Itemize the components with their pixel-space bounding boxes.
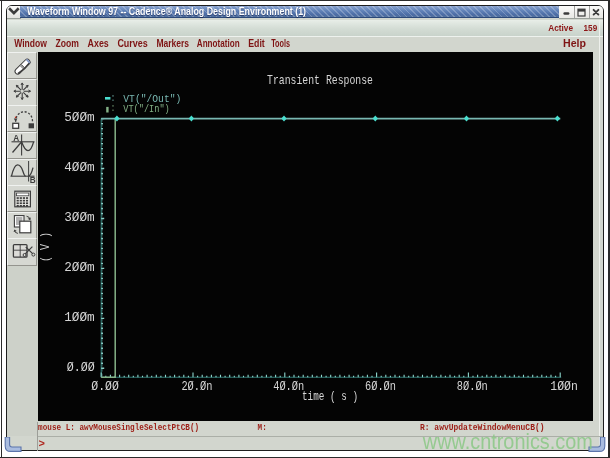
svg-text:2ØØm: 2ØØm [64,261,95,275]
svg-text:4ØØm: 4ØØm [64,161,95,175]
svg-text:mouse L: awvMouseSingleSelectP: mouse L: awvMouseSingleSelectPtCB() [38,423,199,433]
svg-text:8Ø.Øn: 8Ø.Øn [457,380,488,394]
svg-text:Window: Window [14,38,47,49]
svg-text:M:: M: [258,423,267,433]
svg-text:4Ø.Øn: 4Ø.Øn [273,380,304,394]
svg-text:Ø.ØØ: Ø.ØØ [67,361,95,375]
svg-text:Edit: Edit [248,38,265,49]
svg-text:2Ø.Øn: 2Ø.Øn [181,380,212,394]
svg-text:Waveform Window 97 -- Cadence®: Waveform Window 97 -- Cadence® Analog De… [27,6,306,17]
svg-text:1ØØm: 1ØØm [64,311,95,325]
svg-text:www.cntronics.com: www.cntronics.com [422,429,593,454]
svg-text:6Ø.Øn: 6Ø.Øn [365,380,396,394]
svg-text:5ØØm: 5ØØm [64,111,95,125]
svg-text:>: > [39,438,46,450]
svg-text:1ØØn: 1ØØn [550,380,578,394]
svg-text:VT("/In"): VT("/In") [123,102,169,115]
svg-text:Ø.ØØ: Ø.ØØ [91,380,119,394]
svg-text:Zoom: Zoom [56,38,79,49]
svg-text:Axes: Axes [88,38,109,49]
svg-text:159: 159 [584,22,598,33]
svg-text:Annotation: Annotation [197,38,240,49]
svg-text:Curves: Curves [117,38,148,49]
svg-text:3ØØm: 3ØØm [64,211,95,225]
svg-text:Tools: Tools [271,38,290,49]
svg-text:Active: Active [548,22,573,33]
svg-text:Help: Help [563,38,586,49]
svg-text::: : [111,101,115,114]
svg-text:( V ): ( V ) [39,232,53,262]
svg-text:Markers: Markers [156,38,189,49]
svg-text:Transient Response: Transient Response [267,74,373,88]
svg-text:time ( s ): time ( s ) [302,390,358,404]
